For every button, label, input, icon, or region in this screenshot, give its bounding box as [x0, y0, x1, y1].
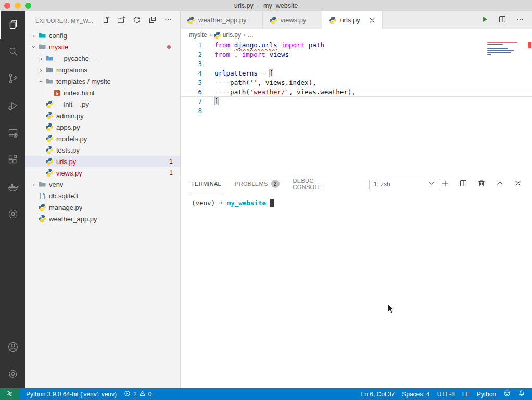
tree-item-venv[interactable]: ›venv [25, 179, 180, 190]
terminal-prompt-line: (venv) ➜ my_website [192, 199, 532, 207]
maximize-panel-icon [496, 179, 504, 189]
language-mode[interactable]: Python [473, 388, 500, 400]
close-panel-icon [514, 179, 522, 189]
twisty-icon[interactable]: › [37, 78, 45, 85]
terminal[interactable]: (venv) ➜ my_website [181, 192, 532, 388]
more-actions-button[interactable] [163, 16, 173, 26]
line-content [208, 106, 214, 116]
python-file-icon [45, 169, 54, 177]
tree-item-manage-py[interactable]: manage.py [25, 202, 180, 213]
split-editor-icon [498, 15, 506, 25]
tree-item-apps-py[interactable]: apps.py [25, 121, 180, 133]
run-python-file-button[interactable] [480, 16, 489, 25]
remote-indicator[interactable] [0, 388, 19, 400]
close-button[interactable] [4, 3, 10, 9]
tree-item-templates-mysite[interactable]: ›templates / mysite [25, 76, 180, 87]
new-folder-button[interactable] [117, 16, 126, 26]
tree-item-weather-app-py[interactable]: weather_app.py [25, 213, 180, 224]
activity-item-explorer[interactable] [0, 11, 25, 39]
panel-tab-problems[interactable]: PROBLEMS2 [235, 176, 280, 192]
twisty-icon[interactable]: › [30, 32, 37, 40]
minimap-line [487, 52, 511, 53]
zoom-button[interactable] [25, 3, 31, 9]
activity-item-extensions[interactable] [0, 147, 25, 174]
activity-item-source-control[interactable] [0, 66, 25, 93]
file-icon [38, 192, 46, 200]
status-bar: Python 3.9.0 64-bit ('venv': venv) 2 0 L… [0, 388, 532, 400]
activity-item-settings[interactable] [0, 361, 25, 388]
feedback-smiley-icon [503, 390, 511, 398]
breadcrumb-item[interactable]: … [247, 31, 254, 39]
tree-item-views-py[interactable]: views.py1 [25, 167, 180, 179]
python-interpreter-status[interactable]: Python 3.9.0 64-bit ('venv': venv) [22, 388, 120, 400]
close-tab-icon[interactable] [368, 16, 377, 25]
panel-actions [440, 180, 532, 189]
tab-urls-py[interactable]: urls.py [322, 11, 382, 29]
notifications-button[interactable] [514, 388, 529, 400]
tree-item--pycache-[interactable]: ›__pycache__ [25, 53, 180, 64]
new-terminal-button[interactable] [440, 180, 450, 189]
tree-item-db-sqlite3[interactable]: db.sqlite3 [25, 190, 180, 202]
editor-more-actions-button[interactable] [515, 16, 525, 25]
encoding[interactable]: UTF-8 [434, 388, 459, 400]
tree-item-mysite[interactable]: ›mysite [25, 41, 180, 53]
split-terminal-button[interactable] [459, 180, 468, 189]
tree-item-index-html[interactable]: 5index.html [25, 87, 180, 98]
explorer-sidebar: EXPLORER: MY_W... ›config›mysite›__pycac… [25, 11, 181, 388]
tree-item-urls-py[interactable]: urls.py1 [25, 156, 180, 167]
terminal-cwd: my_website [227, 199, 266, 207]
tree-item-admin-py[interactable]: admin.py [25, 110, 180, 121]
tab-views-py[interactable]: views.py [263, 11, 323, 29]
twisty-icon[interactable]: › [30, 181, 37, 189]
tree-item-migrations[interactable]: ›migrations [25, 64, 180, 76]
problems-status[interactable]: 2 0 [120, 390, 155, 398]
chevron-down-icon [427, 179, 436, 189]
activity-item-wheel[interactable] [0, 201, 25, 228]
activity-item-run-debug[interactable] [0, 93, 25, 120]
line-number: 4 [181, 69, 208, 78]
refresh-button[interactable] [132, 16, 142, 26]
twisty-icon[interactable]: › [37, 55, 45, 63]
twisty-icon[interactable]: › [30, 43, 38, 51]
panel-tab-terminal[interactable]: TERMINAL [191, 176, 221, 192]
terminal-shell-select[interactable]: 1: zsh [369, 179, 440, 190]
feedback-button[interactable] [500, 388, 514, 400]
minimap[interactable] [487, 42, 524, 56]
panel-tab-label: DEBUG CONSOLE [293, 178, 334, 190]
tree-item-config[interactable]: ›config [25, 30, 180, 41]
twisty-icon[interactable]: › [37, 66, 45, 74]
tree-item-label: mysite [49, 43, 69, 51]
settings-icon [7, 368, 19, 382]
tree-item-models-py[interactable]: models.py [25, 133, 180, 144]
tree-item-tests-py[interactable]: tests.py [25, 144, 180, 156]
close-panel-button[interactable] [513, 180, 523, 189]
tree-item-label: db.sqlite3 [49, 192, 78, 200]
activity-item-docker[interactable] [0, 174, 25, 201]
minimize-button[interactable] [15, 3, 21, 9]
maximize-panel-button[interactable] [495, 180, 504, 189]
indentation[interactable]: Spaces: 4 [398, 388, 433, 400]
python-file-icon [38, 215, 46, 223]
split-editor-button[interactable] [498, 16, 507, 25]
breadcrumb-item[interactable]: mysite [189, 31, 207, 39]
code-editor[interactable]: 1from django.urls import path2from . imp… [181, 41, 532, 176]
tree-item-label: weather_app.py [49, 215, 97, 223]
code-line-3: 3 [181, 59, 532, 69]
panel-tab-debug-console[interactable]: DEBUG CONSOLE [293, 176, 334, 192]
eol[interactable]: LF [459, 388, 473, 400]
line-number: 7 [181, 97, 208, 106]
explorer-actions [101, 16, 173, 26]
activity-item-search[interactable] [0, 39, 25, 66]
new-file-button[interactable] [101, 16, 110, 26]
breadcrumb[interactable]: mysite›urls.py›… [181, 29, 532, 41]
collapse-folders-button[interactable] [148, 16, 157, 26]
activity-item-remote-explorer[interactable] [0, 120, 25, 147]
breadcrumb-separator-icon: › [243, 31, 245, 39]
breadcrumb-item[interactable]: urls.py [213, 31, 241, 39]
cursor-position[interactable]: Ln 6, Col 37 [358, 388, 399, 400]
tab-weather_app-py[interactable]: weather_app.py [181, 11, 263, 29]
tree-item--init-py[interactable]: __init__.py [25, 98, 180, 110]
activity-item-account[interactable] [0, 334, 25, 361]
modified-dot-badge [167, 45, 171, 49]
kill-terminal-button[interactable] [477, 180, 486, 189]
